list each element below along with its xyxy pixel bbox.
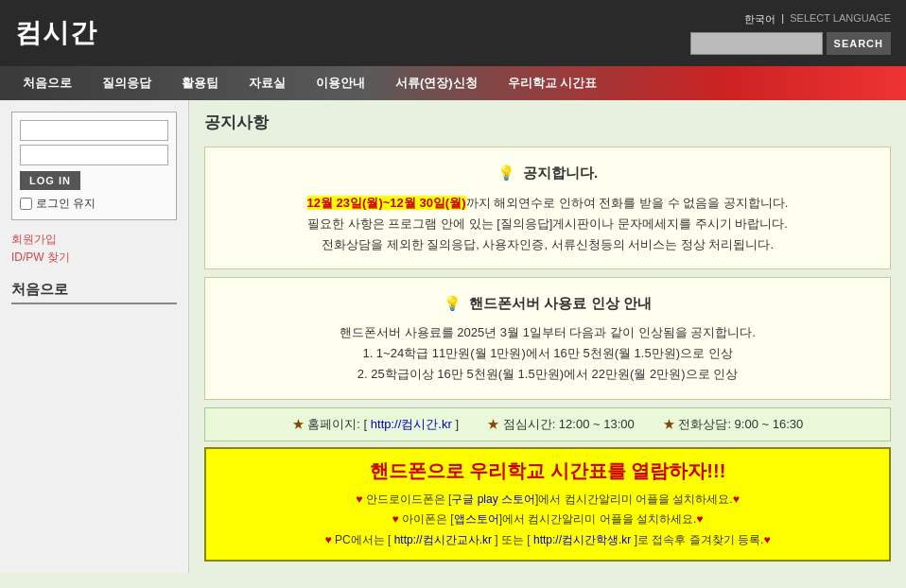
login-box: LOG IN 로그인 유지	[11, 112, 177, 220]
mobile-banner-body: ♥ 안드로이드폰은 [구글 play 스토어]에서 컴시간알리미 어플을 설치하…	[218, 490, 878, 551]
nav-item-timetable[interactable]: 우리학교 시간표	[493, 66, 613, 100]
main-layout: LOG IN 로그인 유지 회원가입ID/PW 찾기 처음으로 공지사항 💡 공…	[0, 100, 906, 573]
ios-link[interactable]: 앱스토어	[454, 512, 499, 526]
info-phone: 전화상담: 9:00 ~ 16:30	[663, 416, 804, 433]
notice-1-title: 💡 공지합니다.	[220, 161, 875, 185]
info-homepage: 홈페이지: [ http://컴시간.kr ]	[292, 416, 459, 433]
remember-me-checkbox[interactable]	[20, 198, 32, 210]
search-input[interactable]	[690, 32, 823, 55]
notice-1-highlight: 12월 23일(월)~12월 30일(월)	[307, 196, 466, 210]
sidebar-section-title: 처음으로	[11, 281, 177, 304]
lang-current[interactable]: 한국어	[744, 12, 775, 26]
student-link[interactable]: http://컴시간학생.kr	[533, 533, 631, 546]
sidebar-links: 회원가입ID/PW 찾기	[11, 232, 177, 266]
sidebar-link-signup[interactable]: 회원가입	[11, 232, 177, 248]
notice-1-line2: 전화상담을 제외한 질의응답, 사용자인증, 서류신청등의 서비스는 정상 처리…	[322, 237, 774, 251]
notice-1-after: 까지 해외연수로 인하여 전화를 받을 수 없음을 공지합니다.	[466, 196, 789, 210]
bulb-icon-1: 💡	[497, 164, 515, 181]
notice-2-title: 💡 핸드폰서버 사용료 인상 안내	[220, 291, 875, 316]
login-button[interactable]: LOG IN	[20, 171, 80, 190]
nav-item-files[interactable]: 자료실	[234, 66, 301, 100]
notice-2-line2: 2. 25학급이상 16만 5천원(월 1.5만원)에서 22만원(월 2만원)…	[357, 367, 738, 381]
content-area: 공지사항 💡 공지합니다. 12월 23일(월)~12월 30일(월)까지 해외…	[189, 100, 906, 573]
android-link[interactable]: 구글 play 스토어	[451, 493, 535, 506]
lang-select-link[interactable]: SELECT LANGUAGE	[790, 12, 891, 26]
search-button[interactable]: SEARCH	[827, 32, 891, 55]
notice-2-title-text: 핸드폰서버 사용료 인상 안내	[469, 295, 652, 311]
nav-item-apply[interactable]: 서류(연장)신청	[380, 66, 493, 100]
login-id-input[interactable]	[20, 120, 168, 141]
info-bar: 홈페이지: [ http://컴시간.kr ] 점심시간: 12:00 ~ 13…	[204, 407, 891, 441]
teacher-link[interactable]: http://컴시간교사.kr	[394, 533, 492, 546]
info-lunch: 점심시간: 12:00 ~ 13:00	[487, 416, 635, 433]
sidebar: LOG IN 로그인 유지 회원가입ID/PW 찾기 처음으로	[0, 100, 189, 573]
nav-item-guide[interactable]: 이용안내	[301, 66, 380, 100]
notice-1-body: 12월 23일(월)~12월 30일(월)까지 해외연수로 인하여 전화를 받을…	[220, 193, 875, 255]
homepage-link[interactable]: http://컴시간.kr	[371, 417, 452, 431]
remember-me-row: 로그인 유지	[20, 196, 168, 212]
notice-box-2: 💡 핸드폰서버 사용료 인상 안내 핸드폰서버 사용료를 2025년 3월 1일…	[204, 277, 891, 400]
notice-2-line1: 1. 1~24학급 11만원(월 1만원)에서 16만 5천원(월 1.5만원)…	[362, 346, 732, 360]
nav-item-qna[interactable]: 질의응답	[87, 66, 166, 100]
mobile-banner-title: 핸드폰으로 우리학교 시간표를 열람하자!!!	[218, 458, 878, 484]
header-right: 한국어 | SELECT LANGUAGE SEARCH	[690, 12, 891, 55]
notice-1-line1: 필요한 사항은 프로그램 안에 있는 [질의응답]게시판이나 문자메세지를 주시…	[307, 216, 788, 231]
remember-me-label: 로그인 유지	[36, 196, 96, 212]
notice-2-line0: 핸드폰서버 사용료를 2025년 3월 1일부터 다음과 같이 인상됨을 공지합…	[340, 325, 756, 339]
bulb-icon-2: 💡	[444, 295, 462, 311]
search-bar: SEARCH	[690, 32, 891, 55]
site-title: 컴시간	[15, 15, 97, 51]
sidebar-link-find-id[interactable]: ID/PW 찾기	[11, 250, 177, 266]
main-nav: 처음으로질의응답활용팁자료실이용안내서류(연장)신청우리학교 시간표	[0, 66, 906, 100]
login-pw-input[interactable]	[20, 145, 168, 165]
lang-bar: 한국어 | SELECT LANGUAGE	[744, 12, 891, 26]
nav-item-tips[interactable]: 활용팁	[166, 66, 234, 100]
mobile-banner: 핸드폰으로 우리학교 시간표를 열람하자!!! ♥ 안드로이드폰은 [구글 pl…	[204, 447, 891, 562]
page-title: 공지사항	[204, 112, 891, 137]
login-btn-row: LOG IN	[20, 171, 168, 190]
nav-item-home[interactable]: 처음으로	[8, 66, 87, 100]
header: 컴시간 한국어 | SELECT LANGUAGE SEARCH	[0, 0, 906, 66]
notice-box-1: 💡 공지합니다. 12월 23일(월)~12월 30일(월)까지 해외연수로 인…	[204, 147, 891, 269]
notice-2-body: 핸드폰서버 사용료를 2025년 3월 1일부터 다음과 같이 인상됨을 공지합…	[220, 322, 875, 385]
notice-1-title-text: 공지합니다.	[523, 164, 598, 181]
